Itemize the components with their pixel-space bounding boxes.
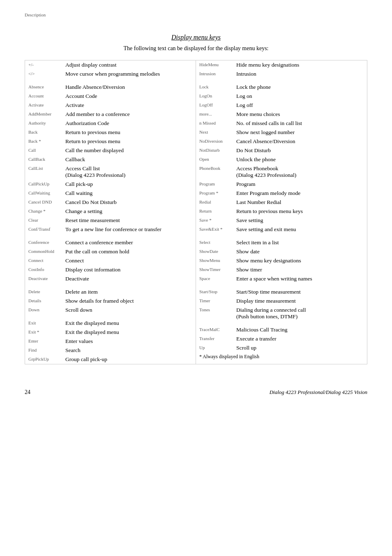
list-item: PhoneBookAccess Phonebook (Dialog 4223 P… [196,164,367,180]
entry-key: CallBack [28,156,65,162]
list-item: GrpPickUpGroup call pick-up [25,355,196,364]
list-item: CallCall the number displayed [25,146,196,155]
list-item: FindSearch [25,346,196,355]
entry-value: No. of missed calls in call list [236,120,364,127]
spacer [25,315,196,319]
page-footer: 24 Dialog 4223 Professional/Dialog 4225 … [25,389,367,396]
entry-key: n Missed [199,120,236,125]
list-item: LogOffLog off [196,101,367,110]
entry-value: Deactivate [65,276,192,282]
entry-key: Transfer [199,336,236,341]
spacer [196,321,367,325]
entry-key: Deactivate [28,276,65,281]
entry-key: PhoneBook [199,165,236,171]
list-item: n MissedNo. of missed calls in call list [196,119,367,128]
entry-key: more... [199,111,236,116]
entry-value: Account Code [65,93,192,100]
list-item: NotDisturbDo Not Disturb [196,146,367,155]
list-item: DeleteDelete an item [25,287,196,297]
list-item: DeactivateDeactivate [25,274,196,283]
entry-value: Scroll up [236,345,364,351]
entry-value: Adjust display contrast [65,62,192,68]
entry-key: Absence [28,84,65,89]
list-item: ClearReset time measurement [25,216,196,225]
entry-value: Access Call list (Dialog 4223 Profession… [65,165,192,178]
entry-value: Return to previous menu [65,129,192,136]
list-item: TonesDialing during a connected call (Pu… [196,306,367,321]
entry-value: Show next logged number [236,129,364,136]
list-item: SpaceEnter a space when writing names [196,274,367,283]
entry-key: Enter [28,338,65,343]
spacer [196,79,367,83]
entry-value: Enter Program melody mode [236,190,364,197]
spacer [196,283,367,287]
spacer [196,234,367,238]
list-item: TraceMalCMalicious Call Tracing [196,325,367,334]
section-subtitle: The following text can be displayed for … [25,45,367,52]
entry-value: Save setting and exit menu [236,226,364,233]
entry-key: Call [28,147,65,153]
list-item: BackReturn to previous menu [25,128,196,137]
list-item: </>Move cursor when programming melodies [25,70,196,79]
entry-value: Connect a conference member [65,239,192,246]
entry-value: Access Phonebook (Dialog 4223 Profession… [236,165,364,178]
entry-key: Back [28,129,65,134]
entry-value: Add member to a conference [65,111,192,118]
section-title: Display menu keys [25,34,367,41]
entry-key: CommonHold [28,248,65,254]
list-item: +/-Adjust display contrast [25,60,196,70]
entry-key: Select [199,239,236,245]
entry-value: Put the call on common hold [65,248,192,255]
entry-key: Timer [199,298,236,303]
list-item: OpenUnlock the phone [196,155,367,164]
list-item: ExitExit the displayed menu [25,319,196,328]
entry-key: Find [28,347,65,352]
list-item: ConferenceConnect a conference member [25,238,196,247]
entry-key: Change * [28,208,65,213]
list-item: ConnectConnect [25,256,196,265]
entry-key: Program * [199,190,236,195]
entry-value: Move cursor when programming melodies [65,71,192,77]
list-item: CallWaitingCall waiting [25,189,196,198]
entry-value: Show date [236,248,364,255]
entry-key: LogOn [199,93,236,98]
entry-value: Search [65,347,192,354]
list-item: AuthorityAuthorization Code [25,119,196,128]
entry-value: Cancel Do Not Disturb [65,199,192,206]
entry-key: Delete [28,289,65,294]
entry-value: Exit the displayed menu [65,320,192,327]
list-item: RedialLast Number Redial [196,198,367,207]
list-item: Change *Change a setting [25,207,196,216]
list-item: ShowTimerShow timer [196,265,367,274]
list-item: LogOnLog on [196,92,367,101]
entry-key: CallList [28,165,65,171]
entry-value: Delete an item [65,289,192,295]
entry-value: Connect [65,257,192,264]
entry-value: Call the number displayed [65,147,192,154]
entry-key: Open [199,156,236,162]
entry-key: CallWaiting [28,190,65,195]
entry-value: Cancel Absence/Diversion [236,138,364,145]
entry-value: Intrusion [236,71,364,77]
entry-value: Reset time measurement [65,217,192,224]
list-item: ReturnReturn to previous menu keys [196,207,367,216]
list-item: CommonHoldPut the call on common hold [25,247,196,256]
page-number: 24 [25,389,30,396]
list-item: Save&Exit *Save setting and exit menu [196,225,367,234]
entry-key: Activate [28,102,65,107]
list-item: more...More menu choices [196,110,367,119]
entry-value: Display time measurement [236,298,364,304]
entry-key: NotDisturb [199,147,236,153]
entry-key: Lock [199,84,236,89]
list-item: Back *Return to previous menu [25,137,196,146]
list-item: AddMemberAdd member to a conference [25,110,196,119]
entry-value: Group call pick-up [65,356,192,363]
entry-key: Down [28,307,65,312]
entry-value: Display cost information [65,266,192,273]
entry-key: Details [28,298,65,303]
entry-value: Activate [65,102,192,109]
entry-key: Exit [28,320,65,325]
entry-value: Show details for framed object [65,298,192,304]
always-english-note: * Always displayed in English [196,352,367,361]
entry-value: Return to previous menu keys [236,208,364,215]
